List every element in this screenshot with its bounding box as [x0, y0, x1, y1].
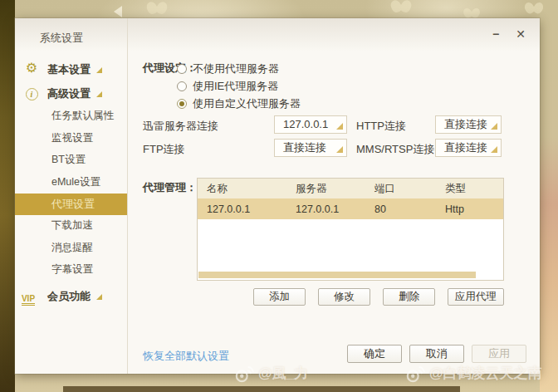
apply-button: 应用: [472, 345, 526, 363]
dropdown-arrow-icon: [336, 123, 343, 130]
dropdown-arrow-icon: [336, 146, 343, 153]
sidebar-item-subtitle-settings[interactable]: 字幕设置: [51, 262, 93, 277]
watermark-handle: @白鹤凌云天之南: [429, 364, 542, 383]
proxy-table: 名称 服务器 端口 类型 127.0.0.1 127.0.0.1 80 Http: [197, 178, 504, 281]
radio-ie-proxy[interactable]: 使用IE代理服务器: [177, 79, 278, 94]
watermark: @白鹤凌云天之南: [405, 364, 542, 383]
butterfly-decoration: [390, 0, 412, 13]
background-bottom-band: [63, 386, 460, 392]
cancel-button[interactable]: 取消: [409, 345, 464, 363]
ftp-connection-label: FTP连接: [143, 142, 185, 157]
proxy-manage-label: 代理管理：: [143, 180, 197, 195]
watermark: @風_力: [234, 364, 308, 383]
column-header-type[interactable]: 类型: [436, 182, 499, 196]
table-header-row: 名称 服务器 端口 类型: [198, 179, 503, 198]
add-button[interactable]: 添加: [253, 288, 306, 306]
butterfly-decoration: [524, 2, 543, 14]
horizontal-scrollbar[interactable]: [198, 272, 476, 278]
close-button[interactable]: ✕: [513, 27, 528, 42]
column-header-server[interactable]: 服务器: [286, 182, 365, 196]
sidebar-item-advanced-settings[interactable]: 高级设置: [47, 86, 102, 101]
xunlei-server-select[interactable]: 127.0.0.1: [274, 115, 347, 134]
info-icon: i: [24, 86, 39, 100]
sidebar-item-monitor-settings[interactable]: 监视设置: [51, 131, 93, 145]
column-header-name[interactable]: 名称: [198, 182, 286, 196]
gear-icon: ⚙: [24, 61, 39, 75]
cell-name: 127.0.0.1: [198, 203, 286, 215]
delete-button[interactable]: 删除: [383, 288, 435, 306]
ftp-connection-select[interactable]: 直接连接: [274, 139, 347, 157]
http-connection-select[interactable]: 直接连接: [435, 115, 502, 134]
radio-selected-icon: [177, 99, 187, 109]
background-right-strip: [540, 0, 558, 392]
mms-rtsp-connection-select[interactable]: 直接连接: [435, 139, 502, 157]
table-action-buttons: 添加 修改 删除 应用代理: [253, 288, 504, 306]
sidebar-item-message-alerts[interactable]: 消息提醒: [51, 241, 93, 255]
butterfly-decoration: [146, 2, 168, 15]
apply-proxy-button[interactable]: 应用代理: [448, 288, 504, 306]
dropdown-arrow-icon: [491, 123, 497, 130]
system-settings-dialog: 系统设置 − ✕ ⚙ 基本设置 i 高级设置 任务默认属性 监视设置 BT设置 …: [15, 18, 540, 374]
vip-icon: VIP: [21, 290, 36, 305]
sidebar-item-download-boost[interactable]: 下载加速: [51, 218, 93, 233]
settings-sidebar: ⚙ 基本设置 i 高级设置 任务默认属性 监视设置 BT设置 eMule设置 代…: [15, 18, 128, 374]
radio-no-proxy[interactable]: 不使用代理服务器: [177, 61, 279, 76]
minimize-button[interactable]: −: [488, 27, 503, 42]
butterfly-decoration: [463, 8, 481, 19]
radio-icon: [177, 64, 187, 74]
weibo-icon: [405, 365, 425, 383]
expand-triangle-icon: [96, 67, 102, 73]
expand-triangle-icon: [96, 91, 102, 97]
sidebar-item-vip-features[interactable]: 会员功能: [47, 289, 102, 304]
cell-type: Http: [436, 203, 499, 215]
restore-defaults-link[interactable]: 恢复全部默认设置: [143, 349, 229, 364]
column-header-port[interactable]: 端口: [365, 182, 436, 196]
sidebar-item-bt-settings[interactable]: BT设置: [51, 153, 86, 167]
http-connection-label: HTTP连接: [356, 119, 406, 134]
radio-icon: [177, 81, 187, 91]
sidebar-item-proxy-settings[interactable]: 代理设置: [15, 194, 127, 215]
xunlei-server-label: 迅雷服务器连接: [143, 119, 218, 134]
table-row[interactable]: 127.0.0.1 127.0.0.1 80 Http: [198, 198, 503, 219]
mms-rtsp-connection-label: MMS/RTSP连接: [356, 142, 434, 157]
watermark-handle: @風_力: [258, 364, 308, 383]
sidebar-item-basic-settings[interactable]: 基本设置: [47, 62, 102, 77]
dropdown-arrow-icon: [491, 146, 497, 153]
cell-port: 80: [365, 203, 436, 215]
cell-server: 127.0.0.1: [286, 203, 365, 215]
background-left-strip: [0, 0, 15, 392]
modify-button[interactable]: 修改: [318, 288, 370, 306]
cursor-arrow-decoration: [114, 6, 122, 17]
sidebar-item-task-defaults[interactable]: 任务默认属性: [51, 109, 114, 123]
sidebar-item-emule-settings[interactable]: eMule设置: [51, 175, 100, 189]
weibo-icon: [234, 365, 254, 383]
expand-triangle-icon: [96, 294, 102, 300]
radio-custom-proxy[interactable]: 使用自定义代理服务器: [177, 96, 301, 111]
ok-button[interactable]: 确定: [347, 345, 402, 363]
